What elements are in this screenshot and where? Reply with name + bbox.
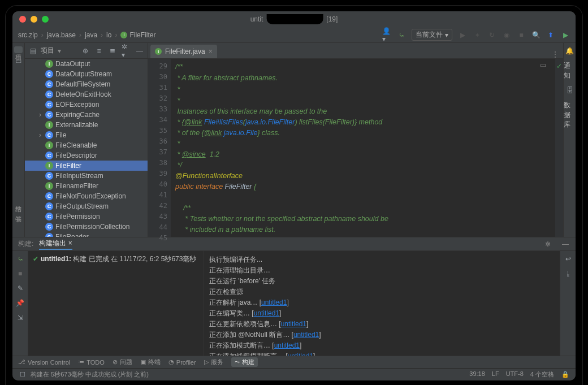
panel-settings-icon[interactable]: ✲ [545, 240, 551, 248]
tree-item[interactable]: IFileFilter [25, 161, 148, 171]
code-editor[interactable]: /** * A filter for abstract pathnames. *… [171, 59, 555, 237]
tree-item[interactable]: CEOFException [25, 100, 148, 110]
problems-tool-button[interactable]: ⊘ 问题 [113, 358, 132, 366]
tree-item[interactable]: CFileNotFoundException [25, 191, 148, 201]
lock-icon[interactable]: 🔒 [561, 370, 570, 379]
collapse-icon[interactable]: ≣ [108, 46, 117, 55]
status-bar: ☐ 构建在 5秒673毫秒 中成功完成 (片刻 之前) 39:18 LF UTF… [12, 368, 576, 380]
search-icon[interactable]: 🔍 [531, 31, 541, 40]
reader-mode-icon[interactable]: ▭ [540, 61, 546, 69]
tree-item[interactable]: IFilenameFilter [25, 181, 148, 191]
update-icon[interactable]: ⬆ [546, 31, 555, 40]
window-title: untit [19] [250, 14, 338, 24]
tree-item[interactable]: IDataOutput [25, 59, 148, 69]
minimize-window-button[interactable] [31, 16, 37, 23]
tree-item[interactable]: IFileCleanable [25, 140, 148, 150]
tree-item[interactable]: CDeleteOnExitHook [25, 89, 148, 100]
bookmarks-tool-button[interactable]: 书签 [14, 207, 23, 214]
inspection-ok-icon[interactable]: ✓ [556, 62, 562, 70]
user-icon[interactable]: 👤▾ [382, 31, 391, 40]
hammer-build-icon[interactable]: ⤿ [397, 31, 406, 40]
tree-item[interactable]: ›CFile [25, 130, 148, 140]
caret-position[interactable]: 39:18 [469, 370, 485, 379]
scroll-end-icon[interactable]: ⭳ [564, 269, 573, 278]
tree-item[interactable]: CFileReader [25, 232, 148, 237]
run-config-selector[interactable]: 当前文件 ▾ [412, 29, 452, 41]
tab-menu-icon[interactable]: ⋮ [552, 50, 559, 58]
tree-item[interactable]: CDefaultFileSystem [25, 79, 148, 89]
tree-item[interactable]: CFilePermission [25, 211, 148, 222]
tree-item[interactable]: CFilePermissionCollection [25, 222, 148, 232]
folder-icon: ▤ [28, 46, 37, 55]
project-panel: ▤ 项目 ▾ ⊕ ≡ ≣ ✲ ▾ — IDataOutputCDataOutpu… [25, 43, 148, 237]
file-tab[interactable]: IFileFilter.java× [150, 45, 217, 58]
left-tool-strip: 项目 ▭ 结构 书签 [12, 43, 25, 237]
debug-icon[interactable]: ⌖ [473, 31, 482, 40]
profile-icon[interactable]: ◉ [502, 31, 511, 40]
build-tool-button[interactable]: ⤳ 构建 [231, 357, 258, 367]
vcs-tool-button[interactable]: ⎇ Version Control [18, 358, 70, 366]
ide-run-icon[interactable]: ▶ [561, 31, 570, 40]
line-numbers: 29 30 31 32 33 34 35 36 37 38 39 40 41 4… [148, 59, 171, 237]
tree-item[interactable]: IExternalizable [25, 120, 148, 130]
status-icon[interactable]: ☐ [18, 370, 27, 379]
profiler-tool-button[interactable]: ◔ Profiler [168, 358, 196, 366]
indent[interactable]: 4 个空格 [530, 370, 554, 379]
pin-icon[interactable]: 📌 [16, 299, 25, 308]
panel-hide-icon[interactable]: — [561, 240, 570, 249]
build-tab-label: 构建: [18, 239, 33, 249]
notifications-tool-button[interactable]: 通知 [564, 61, 576, 80]
build-output[interactable]: 执行预编译任务...正在清理输出目录…正在运行 'before' 任务正在检查源… [204, 251, 560, 356]
terminal-tool-button[interactable]: ▣ 终端 [140, 358, 161, 366]
maximize-window-button[interactable] [42, 16, 49, 23]
navigation-bar: src.zip› java.base› java› io› I FileFilt… [12, 27, 576, 43]
tree-item[interactable]: CFileDescriptor [25, 150, 148, 161]
project-tree[interactable]: IDataOutputCDataOutputStreamCDefaultFile… [25, 59, 148, 237]
stop-icon[interactable]: ■ [517, 31, 526, 40]
services-tool-button[interactable]: ▷ 服务 [204, 358, 223, 366]
breadcrumbs[interactable]: src.zip› java.base› java› io› I FileFilt… [18, 31, 155, 39]
project-tool-button[interactable]: 项目 [14, 46, 23, 53]
notifications-icon[interactable]: 🔔 [565, 46, 574, 55]
tree-item[interactable]: CDataOutputStream [25, 69, 148, 79]
tree-item[interactable]: CFileOutputStream [25, 201, 148, 211]
filter-icon[interactable]: ✎ [16, 284, 25, 293]
titlebar: untit [19] [12, 11, 576, 27]
database-tool-button[interactable]: 数据库 [564, 101, 576, 129]
structure-tool-button[interactable]: 结构 [14, 197, 23, 204]
stop-icon[interactable]: ■ [16, 269, 25, 278]
line-separator[interactable]: LF [492, 370, 499, 379]
run-icon[interactable]: ▶ [458, 31, 467, 40]
todo-tool-button[interactable]: ≔ TODO [78, 358, 105, 366]
build-panel: 构建: 构建输出 × ✲ — ⤿ ■ ✎ 📌 ⇲ ✔untitled1: unt… [12, 237, 576, 356]
close-window-button[interactable] [19, 16, 26, 23]
folder-icon[interactable]: ▭ [14, 57, 23, 66]
close-tab-icon[interactable]: × [209, 47, 213, 55]
locate-icon[interactable]: ⊕ [81, 46, 90, 55]
encoding[interactable]: UTF-8 [506, 370, 524, 379]
build-tree[interactable]: ✔untitled1: untitled1: 构建 已完成 在 11/17/22… [28, 251, 204, 356]
build-output-tab[interactable]: 构建输出 × [39, 239, 72, 250]
project-panel-title: 项目 [41, 46, 54, 55]
settings-icon[interactable]: ✲ ▾ [122, 46, 131, 55]
rerun-icon[interactable]: ⤿ [16, 254, 25, 263]
status-message: 构建在 5秒673毫秒 中成功完成 (片刻 之前) [31, 370, 149, 379]
right-tool-strip: 🔔 通知 🗄 数据库 [563, 43, 576, 237]
soft-wrap-icon[interactable]: ↩ [564, 254, 573, 263]
tree-item[interactable]: ›CExpiringCache [25, 110, 148, 120]
hide-icon[interactable]: — [135, 46, 144, 55]
expand-icon[interactable]: ≡ [94, 46, 103, 55]
tree-item[interactable]: CFileInputStream [25, 171, 148, 181]
database-icon[interactable]: 🗄 [565, 86, 574, 95]
editor-tabs: IFileFilter.java× ⋮ [148, 43, 563, 59]
editor-right-gutter: ✓ [555, 59, 563, 237]
expand-all-icon[interactable]: ⇲ [16, 313, 25, 322]
bottom-tool-strip: ⎇ Version Control ≔ TODO ⊘ 问题 ▣ 终端 ◔ Pro… [12, 356, 576, 368]
coverage-icon[interactable]: ↻ [487, 31, 496, 40]
